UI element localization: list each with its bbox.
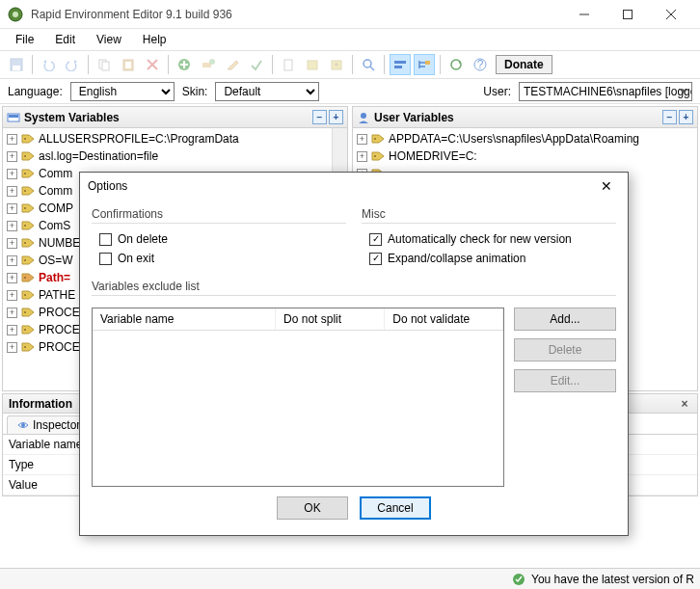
delete-icon[interactable] <box>142 54 163 75</box>
skin-select[interactable]: Default <box>215 82 319 101</box>
dialog-close-button[interactable]: ✕ <box>593 175 620 197</box>
exclude-listview[interactable]: Variable name Do not split Do not valida… <box>92 308 504 487</box>
tag-icon <box>21 272 35 283</box>
tree-row[interactable]: +asl.log=Destination=file <box>3 147 332 165</box>
on-delete-checkbox[interactable]: On delete <box>92 229 346 249</box>
svg-point-41 <box>24 294 26 296</box>
expand-icon[interactable]: + <box>7 325 17 335</box>
col-do-not-split[interactable]: Do not split <box>276 308 385 330</box>
menu-help[interactable]: Help <box>133 31 176 48</box>
svg-rect-24 <box>394 61 406 64</box>
ok-button[interactable]: OK <box>277 496 348 520</box>
col-variable-name[interactable]: Variable name <box>93 308 276 330</box>
expand-icon[interactable]: + <box>357 151 367 162</box>
values-tree-icon[interactable] <box>414 54 435 75</box>
anim-checkbox[interactable]: ✓Expand/collapse animation <box>362 249 616 268</box>
svg-point-18 <box>209 59 215 65</box>
expand-icon[interactable]: + <box>357 134 367 145</box>
col-do-not-validate[interactable]: Do not validate <box>385 308 503 330</box>
info-close-icon[interactable]: × <box>678 397 691 411</box>
auto-check-checkbox[interactable]: ✓Automatically check for new version <box>362 229 616 249</box>
refresh-icon[interactable] <box>445 54 467 75</box>
undo-icon[interactable] <box>38 54 59 75</box>
menu-file[interactable]: File <box>6 31 43 48</box>
panel-expand-icon[interactable]: + <box>679 110 693 124</box>
variable-text: NUMBE <box>39 236 80 250</box>
expand-icon[interactable]: + <box>7 255 17 266</box>
delete-button[interactable]: Delete <box>514 338 616 361</box>
svg-point-40 <box>24 277 26 279</box>
svg-line-23 <box>370 67 374 70</box>
expand-icon[interactable]: + <box>7 186 17 197</box>
svg-rect-7 <box>13 66 20 70</box>
options-dialog: Options ✕ Confirmations On delete On exi… <box>79 172 629 536</box>
restore-icon[interactable] <box>326 54 347 75</box>
on-exit-checkbox[interactable]: On exit <box>92 249 346 268</box>
menu-edit[interactable]: Edit <box>45 31 85 48</box>
tag-icon <box>21 168 35 179</box>
language-select[interactable]: English <box>70 82 175 101</box>
svg-point-37 <box>24 225 26 227</box>
tree-row[interactable]: +HOMEDRIVE=C: <box>353 147 697 165</box>
edit-button[interactable]: Edit... <box>514 369 616 392</box>
svg-point-32 <box>24 138 26 140</box>
add-value-icon[interactable] <box>198 54 219 75</box>
expand-icon[interactable]: + <box>7 342 17 353</box>
check-icon[interactable] <box>246 54 267 75</box>
svg-point-43 <box>24 329 26 331</box>
anim-label: Expand/collapse animation <box>388 252 525 265</box>
tag-icon <box>21 237 35 249</box>
panel-collapse-icon[interactable]: − <box>312 110 327 124</box>
variable-text: OS=W <box>39 254 73 267</box>
edit-icon[interactable] <box>222 54 243 75</box>
tree-row[interactable]: +ALLUSERSPROFILE=C:\ProgramData <box>3 130 332 147</box>
tag-icon <box>21 133 35 145</box>
expand-icon[interactable]: + <box>7 273 17 283</box>
save-icon[interactable] <box>6 54 27 75</box>
backup-icon[interactable] <box>302 54 323 75</box>
auto-check-label: Automatically check for new version <box>388 232 572 246</box>
tag-icon <box>371 133 385 145</box>
expand-icon[interactable]: + <box>7 169 17 179</box>
svg-point-47 <box>374 155 376 157</box>
svg-point-46 <box>374 138 376 140</box>
donate-button[interactable]: Donate <box>496 55 552 74</box>
expand-icon[interactable]: + <box>7 221 17 231</box>
cleanup-icon[interactable] <box>278 54 299 75</box>
svg-point-44 <box>24 346 26 348</box>
expand-icon[interactable]: + <box>7 308 17 318</box>
help-icon[interactable]: ? <box>470 54 491 75</box>
user-select[interactable]: TESTMACHINE6\snapfiles [logge <box>519 82 692 101</box>
svg-rect-26 <box>425 61 430 65</box>
misc-label: Misc <box>362 205 616 224</box>
svg-rect-9 <box>102 62 109 70</box>
long-strings-icon[interactable] <box>390 54 411 75</box>
tag-icon <box>21 324 35 335</box>
svg-point-42 <box>24 311 26 313</box>
panel-collapse-icon[interactable]: − <box>662 110 677 124</box>
expand-icon[interactable]: + <box>7 151 17 162</box>
panel-expand-icon[interactable]: + <box>329 110 343 124</box>
menu-view[interactable]: View <box>87 31 131 48</box>
minimize-button[interactable] <box>562 1 606 28</box>
paste-icon[interactable] <box>118 54 139 75</box>
add-variable-icon[interactable] <box>174 54 195 75</box>
maximize-button[interactable] <box>606 1 649 28</box>
expand-icon[interactable]: + <box>7 290 17 301</box>
svg-rect-20 <box>308 61 317 69</box>
redo-icon[interactable] <box>62 54 83 75</box>
language-label: Language: <box>8 85 63 98</box>
copy-icon[interactable] <box>94 54 115 75</box>
find-icon[interactable] <box>358 54 379 75</box>
user-panel-title: User Variables <box>374 111 454 124</box>
close-button[interactable] <box>649 1 692 28</box>
variable-text: PROCE <box>39 340 80 354</box>
tree-row[interactable]: +APPDATA=C:\Users\snapfiles\AppData\Roam… <box>353 130 697 147</box>
svg-point-53 <box>21 423 25 427</box>
expand-icon[interactable]: + <box>7 134 17 145</box>
expand-icon[interactable]: + <box>7 238 17 249</box>
add-button[interactable]: Add... <box>514 308 616 331</box>
expand-icon[interactable]: + <box>7 203 17 214</box>
cancel-button[interactable]: Cancel <box>360 496 431 520</box>
user-label: User: <box>483 85 511 98</box>
